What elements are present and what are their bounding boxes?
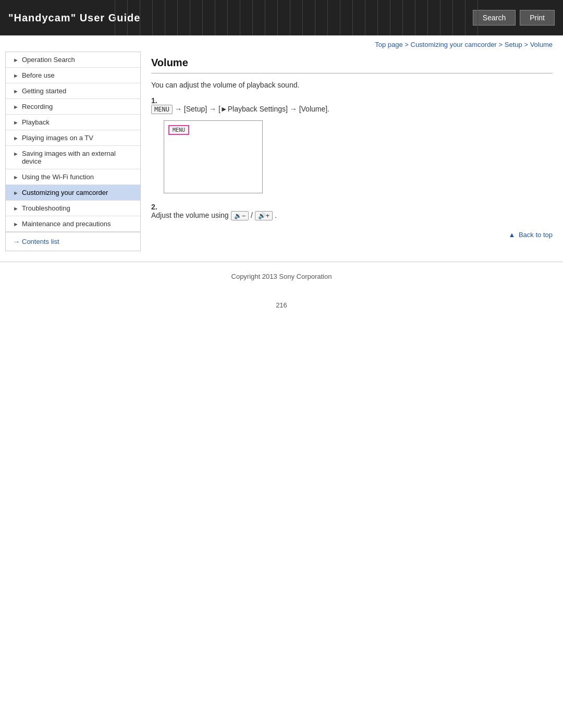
arrow-icon: ► (13, 190, 19, 196)
sidebar-item-playing-images-tv[interactable]: ► Playing images on a TV (6, 130, 140, 146)
sidebar-item-operation-search[interactable]: ► Operation Search (6, 52, 140, 68)
arrow-icon: ► (13, 72, 19, 79)
arrow-icon: ► (13, 57, 19, 63)
breadcrumb-setup[interactable]: Setup (505, 41, 522, 48)
step-1-content: MENU → [Setup] → [►Playback Settings] → … (151, 105, 553, 114)
sidebar-item-label: Using the Wi-Fi function (22, 173, 94, 181)
menu-key: MENU (151, 105, 173, 114)
step-2-content: Adjust the volume using 🔉− / 🔊+ . (151, 211, 553, 220)
arrow-icon: ► (13, 88, 19, 94)
contents-list-link[interactable]: → Contents list (13, 238, 133, 245)
arrow-icon: ► (13, 221, 19, 227)
vol-down-button: 🔉− (231, 211, 249, 220)
sidebar-item-label: Maintenance and precautions (22, 220, 111, 228)
header: "Handycam" User Guide Search Print (0, 0, 563, 35)
main-content: Volume You can adjust the volume of play… (151, 52, 558, 244)
step-1-image-container: MENU (164, 120, 553, 193)
footer: Copyright 2013 Sony Corporation (0, 262, 563, 286)
sidebar-footer: → Contents list (6, 232, 140, 251)
step-1-image: MENU (164, 120, 263, 193)
step-1: 1. MENU → [Setup] → [►Playback Settings]… (151, 96, 553, 193)
breadcrumb-sep2: > (499, 41, 505, 48)
sidebar-item-label: Before use (22, 71, 55, 79)
page-number: 216 (0, 301, 563, 314)
sidebar-item-playback[interactable]: ► Playback (6, 115, 140, 130)
triangle-up-icon: ▲ (508, 231, 515, 239)
arrow-icon: ► (13, 119, 19, 126)
sidebar-item-maintenance[interactable]: ► Maintenance and precautions (6, 216, 140, 232)
sidebar-item-troubleshooting[interactable]: ► Troubleshooting (6, 201, 140, 216)
step-2-number: 2. (151, 203, 157, 211)
arrow-icon: ► (13, 151, 19, 157)
step-2: 2. Adjust the volume using 🔉− / 🔊+ . (151, 203, 553, 220)
step-2-text-after: . (275, 211, 277, 219)
arrow-right-icon: → (13, 238, 20, 245)
breadcrumb-top[interactable]: Top page (375, 41, 403, 48)
sidebar: ► Operation Search ► Before use ► Gettin… (5, 52, 141, 251)
menu-button-image: MENU (168, 125, 189, 135)
arrow-icon: ► (13, 205, 19, 212)
sidebar-item-label: Customizing your camcorder (22, 189, 108, 196)
back-to-top-link[interactable]: ▲ Back to top (508, 231, 553, 239)
back-to-top: ▲ Back to top (151, 231, 553, 239)
sidebar-item-label: Playing images on a TV (22, 134, 93, 142)
sidebar-item-label: Troubleshooting (22, 204, 70, 212)
copyright-text: Copyright 2013 Sony Corporation (231, 273, 332, 280)
sidebar-item-before-use[interactable]: ► Before use (6, 68, 140, 83)
breadcrumb-sep1: > (405, 41, 410, 48)
sidebar-item-saving-images[interactable]: ► Saving images with an external device (6, 146, 140, 169)
layout: ► Operation Search ► Before use ► Gettin… (0, 52, 563, 262)
sidebar-item-customizing[interactable]: ► Customizing your camcorder (6, 185, 140, 201)
breadcrumb-sep3: > (524, 41, 530, 48)
sidebar-item-label: Recording (22, 103, 53, 110)
sidebar-item-label: Playback (22, 118, 50, 126)
title-divider (151, 73, 553, 73)
arrow-icon: ► (13, 104, 19, 110)
description: You can adjust the volume of playback so… (151, 81, 553, 89)
sidebar-item-getting-started[interactable]: ► Getting started (6, 83, 140, 99)
arrow-icon: ► (13, 174, 19, 180)
sidebar-item-label: Getting started (22, 87, 66, 95)
step-1-number: 1. (151, 96, 157, 105)
step-2-separator: / (251, 211, 253, 219)
page-title: Volume (151, 57, 553, 69)
header-grid-decoration (115, 0, 490, 35)
sidebar-item-recording[interactable]: ► Recording (6, 99, 140, 115)
step-1-text: → [Setup] → [►Playback Settings] → [Volu… (175, 105, 329, 113)
sidebar-item-wifi[interactable]: ► Using the Wi-Fi function (6, 169, 140, 185)
breadcrumb-customizing[interactable]: Customizing your camcorder (411, 41, 497, 48)
step-2-text-before: Adjust the volume using (151, 211, 229, 219)
breadcrumb-volume[interactable]: Volume (530, 41, 553, 48)
print-button[interactable]: Print (520, 10, 555, 26)
arrow-icon: ► (13, 135, 19, 141)
sidebar-item-label: Operation Search (22, 56, 75, 64)
sidebar-item-label: Saving images with an external device (22, 150, 135, 165)
vol-up-button: 🔊+ (255, 211, 273, 220)
breadcrumb: Top page > Customizing your camcorder > … (0, 35, 563, 52)
